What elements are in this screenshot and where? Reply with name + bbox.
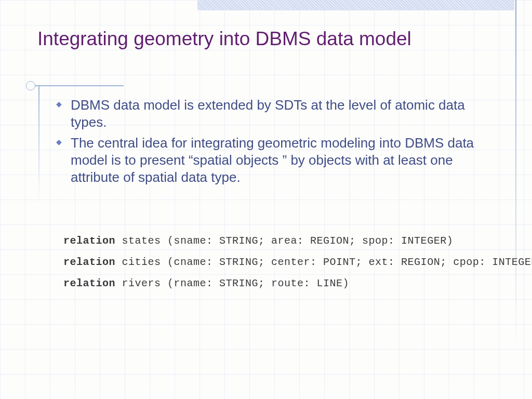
relation-keyword: relation [63, 256, 122, 268]
bullet-item: DBMS data model is extended by SDTs at t… [56, 97, 475, 131]
right-edge-rule [515, 0, 516, 353]
relation-keyword: relation [63, 277, 122, 289]
bullet-item: The central idea for integrating geometr… [56, 135, 475, 187]
title-ornament [26, 81, 124, 90]
top-banner-decoration [197, 0, 514, 10]
bullet-list: DBMS data model is extended by SDTs at t… [56, 97, 475, 189]
relation-name: rivers [122, 277, 168, 289]
relation-keyword: relation [63, 235, 122, 247]
relation-name: states [122, 235, 168, 247]
relation-definitions: relation states (sname: STRING; area: RE… [63, 235, 490, 299]
relation-row: relation cities (cname: STRING; center: … [63, 256, 490, 268]
relation-row: relation rivers (rname: STRING; route: L… [63, 277, 490, 289]
relation-signature: (sname: STRING; area: REGION; spop: INTE… [167, 235, 453, 247]
relation-name: cities [122, 256, 168, 268]
slide-title: Integrating geometry into DBMS data mode… [37, 27, 485, 51]
ornament-vertical-rule [38, 86, 39, 203]
ornament-horizontal-rule [35, 85, 124, 86]
ornament-circle-icon [26, 81, 35, 90]
relation-signature: (rname: STRING; route: LINE) [167, 277, 349, 289]
relation-signature: (cname: STRING; center: POINT; ext: REGI… [167, 256, 532, 268]
relation-row: relation states (sname: STRING; area: RE… [63, 235, 490, 247]
